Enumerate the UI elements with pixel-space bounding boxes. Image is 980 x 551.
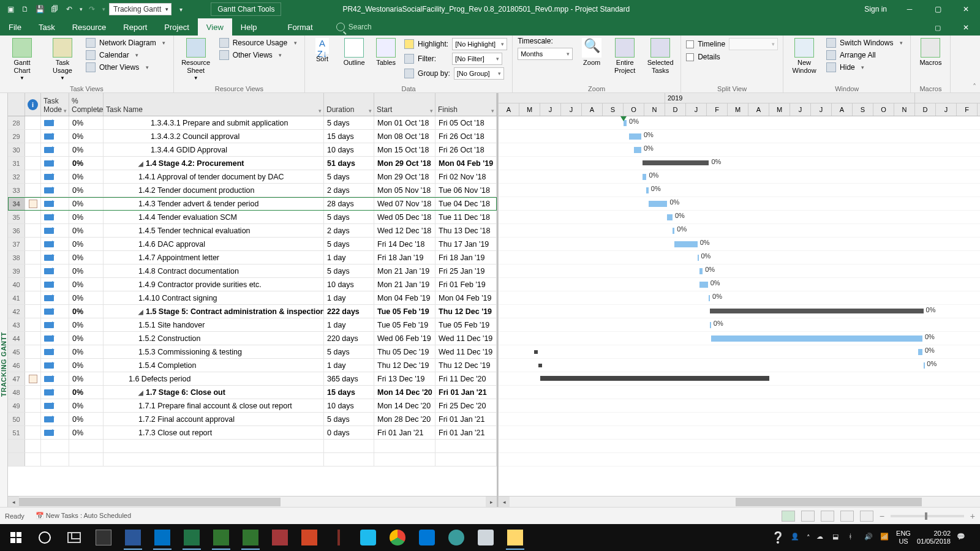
start-button[interactable] [4,525,28,550]
view-task-usage-button[interactable] [801,511,815,522]
help-tray-icon[interactable]: ❔ [771,531,785,544]
col-duration[interactable]: Duration [324,93,374,116]
ribbon-close-button[interactable]: ✕ [952,18,980,37]
tb-access[interactable] [267,525,293,550]
view-gantt-button[interactable] [782,511,795,522]
table-row[interactable]: 290%1.3.4.3.2 Council approval15 daysMon… [8,130,497,143]
timeline-checkbox[interactable] [686,40,694,48]
table-row[interactable]: 430%1.5.1 Site handover1 dayTue 05 Feb '… [8,318,497,332]
col-finish[interactable]: Finish [435,93,497,116]
saveall-icon[interactable]: 🗐 [49,4,60,15]
gantt-bar[interactable] [649,201,668,207]
details-checkbox[interactable] [686,53,694,61]
table-row[interactable]: 370%1.4.6 DAC approval5 daysFri 14 Dec '… [8,238,497,251]
gantt-bar[interactable] [918,349,922,355]
tab-project[interactable]: Project [156,18,197,36]
gantt-bar[interactable] [699,282,708,288]
tb-app-3[interactable] [473,525,499,550]
dropbox-icon[interactable]: ⬓ [832,533,842,542]
gantt-bar[interactable] [710,322,711,328]
wifi-icon[interactable]: 📶 [880,533,890,542]
gantt-bar[interactable] [699,268,703,274]
col-indicators[interactable]: i [25,93,41,116]
table-row[interactable]: 470%1.6 Defects period365 daysFri 13 Dec… [8,372,497,386]
gantt-bar[interactable] [673,228,674,234]
timeline-combo[interactable] [729,38,778,50]
tb-word[interactable] [120,525,146,550]
calendar-button[interactable]: Calendar▾ [86,50,168,60]
tab-report[interactable]: Report [115,18,156,36]
close-button[interactable]: ✕ [952,0,980,18]
gantt-hscroll[interactable]: ◂ ▸ [499,496,980,507]
table-row[interactable]: 480%◢1.7 Stage 6: Close out15 daysMon 14… [8,386,497,399]
gantt-bar[interactable] [643,174,647,180]
task-usage-button[interactable]: Task Usage▼ [45,37,80,81]
qat-customize-icon[interactable]: ▾ [175,4,186,15]
outline-button[interactable]: Outline [341,37,368,67]
table-row[interactable]: 300%1.3.4.4 GDID Approval10 daysMon 15 O… [8,143,497,157]
ribbon-restore-button[interactable]: ▢ [924,18,952,37]
undo-icon[interactable]: ↶ [64,4,75,15]
tb-explorer[interactable] [502,525,528,550]
table-row[interactable]: 440%1.5.2 Construction220 daysWed 06 Feb… [8,332,497,345]
gantt-bar[interactable] [629,133,641,140]
gantt-bar[interactable] [674,241,697,247]
entire-project-button[interactable]: Entire Project [611,37,639,74]
tab-format[interactable]: Format [279,18,322,36]
gantt-bar[interactable] [711,335,922,342]
gantt-bar[interactable] [709,295,710,301]
zoom-button[interactable]: 🔍Zoom [579,37,605,67]
table-row[interactable]: 380%1.4.7 Appointment letter1 dayFri 18 … [8,251,497,264]
zoom-out-button[interactable]: − [880,511,884,521]
gantt-scroll-left[interactable]: ◂ [499,497,510,508]
arrange-all-button[interactable]: Arrange All [826,50,905,60]
col-task-name[interactable]: Task Name [104,93,324,116]
selected-tasks-button[interactable]: Selected Tasks [645,37,676,74]
scroll-left-button[interactable]: ◂ [8,497,19,508]
resource-usage-button[interactable]: Resource Usage▾ [219,38,300,48]
table-row[interactable] [8,453,497,467]
table-row[interactable]: 410%1.4.10 Contract signing1 dayMon 04 F… [8,291,497,305]
col-task-mode[interactable]: Task Mode [41,93,69,116]
table-row[interactable]: 330%1.4.2 Tender document production2 da… [8,184,497,197]
language-indicator[interactable]: ENGUS [896,530,911,545]
resource-sheet-button[interactable]: Resource Sheet▼ [179,37,213,81]
zoom-slider[interactable] [891,515,964,517]
highlight-combo[interactable]: [No Highlight] [452,38,507,50]
tb-powerpoint[interactable] [296,525,322,550]
table-row[interactable]: 320%1.4.1 Approval of tender document by… [8,170,497,184]
group-combo[interactable]: [No Group] [454,67,504,80]
tb-outlook[interactable] [149,525,175,550]
cortana-button[interactable] [32,525,58,550]
view-team-planner-button[interactable] [821,511,834,522]
tb-ie[interactable] [355,525,381,550]
tb-project-1[interactable] [208,525,234,550]
filter-combo[interactable]: [No Filter] [452,53,502,65]
tb-edge[interactable] [414,525,440,550]
qat-view-dropdown[interactable]: Tracking Gantt [109,3,172,15]
table-row[interactable]: 510%1.7.3 Close out report0 daysFri 01 J… [8,426,497,440]
table-row[interactable]: 390%1.4.8 Contract documentation5 daysMo… [8,264,497,278]
table-row[interactable]: 460%1.5.4 Completion1 dayThu 12 Dec '19T… [8,359,497,372]
maximize-button[interactable]: ▢ [924,0,952,18]
table-row[interactable]: 420%◢1.5 Stage 5: Contract administratio… [8,305,497,318]
tab-file[interactable]: File [0,18,30,36]
sort-button[interactable]: AZ↓Sort [310,37,334,63]
macros-button[interactable]: Macros [916,37,945,67]
new-icon[interactable]: 🗋 [20,4,31,15]
people-icon[interactable]: 👤 [791,533,801,542]
gantt-bar[interactable] [710,309,924,313]
tb-app-2[interactable] [443,525,469,550]
save-icon[interactable]: 💾 [34,4,45,15]
clock[interactable]: 20:0201/05/2018 [917,530,951,545]
table-row[interactable]: 350%1.4.4 Tender evaluation SCM5 daysWed… [8,211,497,224]
resource-other-views-button[interactable]: Other Views▾ [219,50,300,60]
table-row[interactable]: 280%1.3.4.3.1 Prepare and submit applica… [8,116,497,130]
scroll-right-button[interactable]: ▸ [486,497,497,508]
gantt-bar[interactable] [643,160,709,165]
tb-store[interactable] [91,525,116,550]
gantt-chart[interactable]: 2019 AMJJASONDJFMAMJJASONDJFMAMJJASOND 0… [498,93,980,507]
tb-app-1[interactable] [326,525,352,550]
sign-in-button[interactable]: Sign in [856,5,895,13]
notifications-icon[interactable]: 💬 [957,533,967,542]
